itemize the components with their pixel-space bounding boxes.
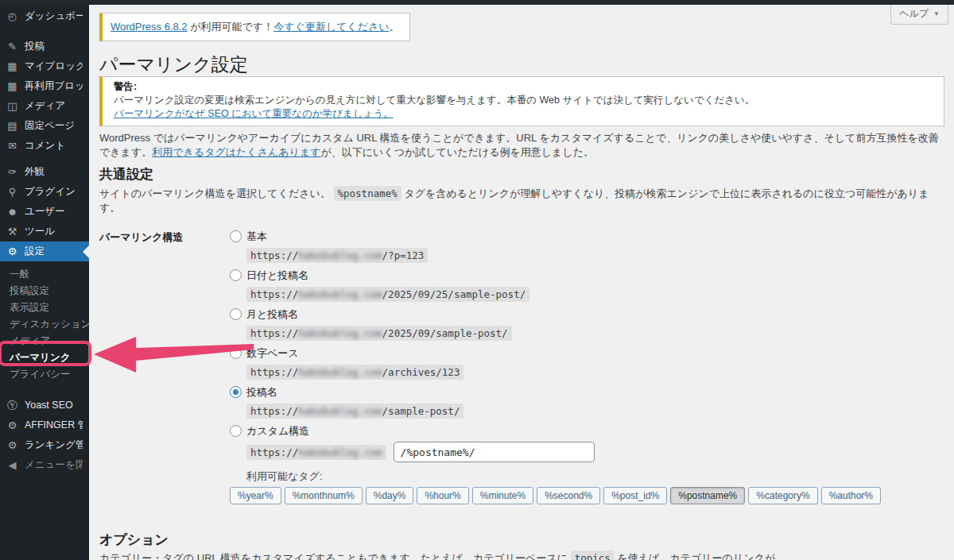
main-content: WordPress 6.8.2 が利用可能です！今すぐ更新してください。 パーマ…	[89, 0, 954, 560]
example-url: https://hakobublog.com/archives/123	[246, 365, 944, 380]
submenu-item-reading[interactable]: 表示設定	[0, 299, 89, 316]
desc-text: サイトのパーマリンク構造を選択してください。	[99, 187, 331, 199]
radio-option-numeric[interactable]: 数字ベース	[230, 346, 944, 360]
update-now-link[interactable]: 今すぐ更新してください	[273, 21, 389, 33]
radio-option-plain[interactable]: 基本	[230, 230, 944, 243]
blocks-icon: ▦	[6, 81, 18, 91]
chevron-down-icon: ▼	[933, 10, 940, 17]
topics-code: topics	[571, 550, 615, 560]
blurred-domain: hakobublog.com	[298, 446, 382, 458]
sidebar-item-pages[interactable]: ▤ 固定ページ	[0, 116, 89, 136]
sidebar-item-dashboard[interactable]: ◴ ダッシュボード	[0, 6, 89, 26]
tag-button-minute[interactable]: %minute%	[472, 487, 533, 504]
settings-gear-icon: ⚙	[6, 246, 18, 257]
permalink-structure-form: パーマリンク構造 基本 https://hakobublog.com/?p=12…	[99, 230, 944, 504]
tag-button-postname-active[interactable]: %postname%	[670, 487, 745, 504]
radio-button[interactable]	[230, 347, 242, 359]
sidebar-item-settings[interactable]: ⚙ 設定	[0, 241, 89, 261]
sidebar-item-label: 外観	[25, 167, 45, 177]
tag-button-author[interactable]: %author%	[821, 487, 881, 504]
available-tags-link[interactable]: 利用できるタグはたくさんあります	[152, 146, 320, 158]
media-icon: ◫	[6, 101, 18, 111]
sidebar-item-label: 固定ページ	[25, 121, 75, 131]
sidebar-item-label: ツール	[25, 226, 55, 237]
user-icon: ☻	[6, 207, 18, 217]
blurred-domain: hakobublog.com	[298, 327, 382, 339]
help-button[interactable]: ヘルプ ▼	[890, 5, 948, 25]
sidebar-item-label: ユーザー	[25, 207, 65, 217]
sidebar-item-users[interactable]: ☻ ユーザー	[0, 202, 89, 222]
options-heading: オプション	[99, 531, 944, 549]
url-path: /2025/09/sample-post/	[382, 327, 508, 339]
sidebar-item-my-blocks[interactable]: ▦ マイブロック	[0, 56, 89, 76]
blurred-domain: hakobublog.com	[298, 405, 382, 417]
radio-button[interactable]	[230, 425, 242, 437]
sidebar-item-affinger[interactable]: ⚙ AFFINGER 管理	[0, 415, 89, 435]
sidebar-item-ranking[interactable]: ⚙ ランキング管理	[0, 435, 89, 455]
radio-option-custom[interactable]: カスタム構造	[230, 424, 944, 438]
dashboard-icon: ◴	[6, 11, 18, 21]
radio-option-month-name[interactable]: 月と投稿名	[230, 307, 944, 321]
tag-button-post-id[interactable]: %post_id%	[603, 487, 667, 504]
sidebar-item-tools[interactable]: ⚒ ツール	[0, 222, 89, 241]
sidebar-item-comments[interactable]: ✉ コメント	[0, 136, 89, 156]
gear-icon: ⚙	[6, 420, 18, 431]
menu-separator	[0, 389, 89, 396]
url-path: /sample-post/	[382, 405, 460, 417]
sidebar-item-posts[interactable]: ✎ 投稿	[0, 37, 89, 56]
common-settings-heading: 共通設定	[99, 166, 944, 183]
top-bar	[0, 0, 954, 5]
page-title: パーマリンク設定	[99, 52, 944, 76]
postname-code: %postname%	[334, 186, 401, 201]
collapse-arrow-icon: ◀	[6, 460, 18, 470]
current-menu-arrow	[83, 245, 89, 258]
submenu-item-writing[interactable]: 投稿設定	[0, 283, 89, 299]
sidebar-item-appearance[interactable]: ✑ 外観	[0, 162, 89, 182]
submenu-item-media[interactable]: メディア	[0, 333, 89, 350]
custom-structure-input[interactable]	[394, 442, 595, 462]
submenu-item-permalinks[interactable]: パーマリンク	[0, 350, 89, 366]
tag-button-category[interactable]: %category%	[748, 487, 817, 504]
options-text-1: カテゴリー・タグの URL 構造をカスタマイズすることもできます。たとえば、カテ…	[99, 552, 571, 560]
url-scheme: https://	[250, 327, 298, 339]
sidebar-item-media[interactable]: ◫ メディア	[0, 96, 89, 116]
seo-learn-more-link[interactable]: パーマリンクがなぜ SEO において重要なのか学びましょう。	[114, 108, 394, 119]
sidebar-item-collapse-menu[interactable]: ◀ メニューを閉じる	[0, 455, 89, 475]
tag-buttons-row: %year% %monthnum% %day% %hour% %minute% …	[230, 487, 944, 504]
tag-button-hour[interactable]: %hour%	[417, 487, 468, 504]
radio-button-selected[interactable]	[230, 386, 242, 398]
radio-option-post-name[interactable]: 投稿名	[230, 385, 944, 399]
sidebar-item-label: マイブロック	[25, 61, 83, 71]
tag-button-second[interactable]: %second%	[537, 487, 600, 504]
tag-button-year[interactable]: %year%	[230, 487, 281, 504]
warning-body: パーマリンク設定の変更は検索エンジンからの見え方に対して重大な影響を与えます。本…	[114, 94, 933, 107]
admin-sidebar: ◴ ダッシュボード ✎ 投稿 ▦ マイブロック ▦ 再利用ブロック ◫ メディア…	[0, 0, 89, 560]
notice-text: が利用可能です！	[188, 21, 274, 33]
wordpress-version-link[interactable]: WordPress 6.8.2	[111, 21, 188, 33]
radio-label: 基本	[246, 230, 267, 244]
intro-text-tail: が、以下にいくつか試していただける例を用意しました。	[320, 146, 593, 158]
tag-button-monthnum[interactable]: %monthnum%	[285, 487, 363, 504]
submenu-item-general[interactable]: 一般	[0, 266, 89, 283]
blurred-domain: hakobublog.com	[298, 249, 382, 261]
plug-icon: ⚲	[6, 187, 18, 197]
radio-button[interactable]	[230, 230, 242, 242]
sidebar-item-label: メディア	[25, 101, 65, 111]
page-icon: ▤	[6, 121, 18, 131]
radio-option-day-name[interactable]: 日付と投稿名	[230, 268, 944, 282]
sidebar-item-reusable-blocks[interactable]: ▦ 再利用ブロック	[0, 76, 89, 96]
submenu-item-privacy[interactable]: プライバシー	[0, 366, 89, 383]
sidebar-item-label: AFFINGER 管理	[25, 420, 83, 431]
radio-button[interactable]	[230, 269, 242, 281]
options-paragraph: カテゴリー・タグの URL 構造をカスタマイズすることもできます。たとえば、カテ…	[99, 551, 944, 560]
notice-text-tail: 。	[390, 21, 400, 33]
sidebar-item-plugins[interactable]: ⚲ プラグイン	[0, 182, 89, 202]
submenu-item-discussion[interactable]: ディスカッション	[0, 316, 89, 333]
sidebar-item-yoast-seo[interactable]: Ⓨ Yoast SEO	[0, 396, 89, 415]
radio-button[interactable]	[230, 308, 242, 320]
intro-paragraph: WordPress ではパーマリンクやアーカイブにカスタム URL 構造を使うこ…	[99, 131, 944, 160]
tag-button-day[interactable]: %day%	[366, 487, 414, 504]
blurred-domain: hakobublog.com	[298, 288, 382, 300]
blurred-domain: hakobublog.com	[298, 366, 382, 378]
url-scheme: https://	[250, 446, 298, 458]
